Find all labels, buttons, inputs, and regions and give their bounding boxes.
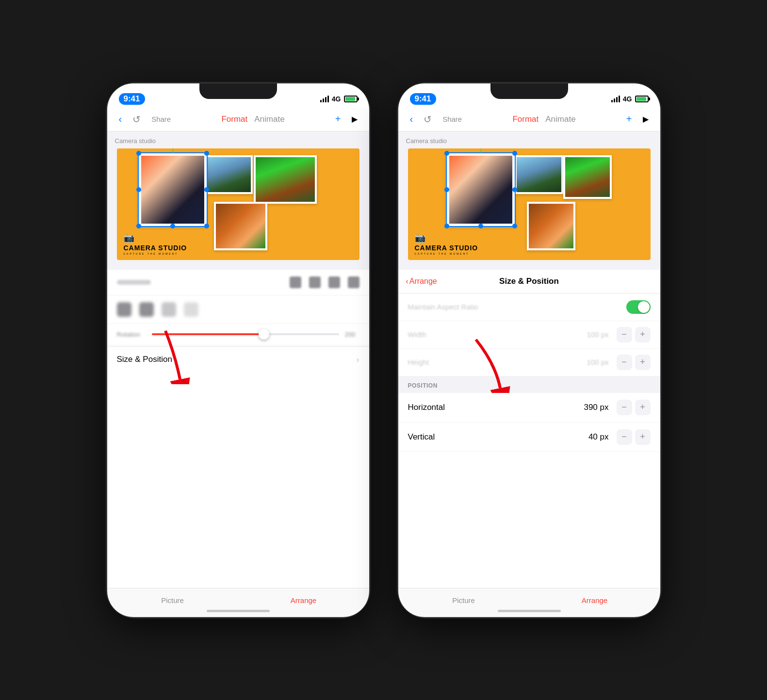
home-indicator-left bbox=[207, 610, 270, 612]
undo-button-right[interactable]: ↺ bbox=[422, 112, 434, 127]
tab-picture-left[interactable]: Picture bbox=[107, 593, 238, 607]
handle-tr[interactable] bbox=[204, 151, 209, 156]
selection-overlay-left bbox=[138, 152, 208, 227]
blurred-row-2 bbox=[107, 295, 369, 324]
network-label-left: 4G bbox=[332, 95, 341, 103]
blurred-icon-large-1 bbox=[117, 302, 131, 317]
photo-frame-waterfall-right[interactable] bbox=[515, 155, 563, 194]
notch-right bbox=[490, 83, 568, 99]
r-handle-mr[interactable] bbox=[512, 187, 517, 192]
rbar4 bbox=[619, 96, 620, 102]
photo-mushroom-right bbox=[529, 204, 573, 248]
canvas-label-left: Camera studio bbox=[115, 137, 361, 145]
vertical-plus-btn[interactable]: + bbox=[635, 429, 651, 445]
width-stepper: − + bbox=[617, 327, 651, 342]
height-minus-btn[interactable]: − bbox=[617, 355, 632, 370]
rbar1 bbox=[611, 100, 613, 102]
photo-waterfall-right bbox=[517, 157, 561, 192]
horizontal-minus-btn[interactable]: − bbox=[617, 400, 632, 415]
share-button-left[interactable]: Share bbox=[149, 113, 173, 125]
red-arrow-left bbox=[136, 326, 214, 384]
photo-frame-forest-right[interactable] bbox=[563, 155, 612, 199]
arrange-back-button[interactable]: ‹ Arrange bbox=[406, 277, 437, 286]
bottom-tabs-left: Picture Arrange bbox=[107, 588, 369, 617]
vertical-stepper: − + bbox=[617, 429, 651, 445]
height-stepper: − + bbox=[617, 355, 651, 370]
add-button-left[interactable]: + bbox=[333, 112, 343, 127]
width-plus-btn[interactable]: + bbox=[635, 327, 651, 342]
photo-frame-main-left[interactable] bbox=[139, 153, 207, 226]
status-time-right: 9:41 bbox=[410, 93, 436, 105]
blurred-row-1 bbox=[107, 270, 369, 295]
r-handle-bm[interactable] bbox=[478, 224, 483, 228]
bar4 bbox=[327, 96, 329, 102]
maintain-toggle[interactable] bbox=[626, 300, 651, 314]
status-time-left: 9:41 bbox=[119, 93, 145, 105]
height-plus-btn[interactable]: + bbox=[635, 355, 651, 370]
horizontal-plus-btn[interactable]: + bbox=[635, 400, 651, 415]
slide-preview-left[interactable]: 📷 CAMERA STUDIO CAPTURE THE MOMENT bbox=[117, 148, 359, 260]
play-button-right[interactable]: ▶ bbox=[641, 113, 651, 126]
battery-right bbox=[635, 96, 649, 102]
photo-frame-main-right[interactable] bbox=[447, 153, 515, 226]
format-tab-right[interactable]: Format bbox=[512, 114, 539, 124]
r-handle-ml[interactable] bbox=[444, 187, 449, 192]
chevron-right-left: › bbox=[357, 355, 359, 365]
r-handle-tl[interactable] bbox=[444, 151, 449, 156]
r-handle-tr[interactable] bbox=[512, 151, 517, 156]
horizontal-value: 390 px bbox=[466, 403, 617, 412]
selection-overlay-right bbox=[446, 152, 516, 227]
blurred-icons-row1 bbox=[290, 277, 359, 288]
handle-line bbox=[173, 148, 173, 153]
blurred-icon-1 bbox=[290, 277, 301, 288]
photo-frame-mushroom-left[interactable] bbox=[214, 202, 267, 250]
vertical-row: Vertical 40 px − + bbox=[398, 423, 660, 452]
bar2 bbox=[323, 98, 324, 102]
r-handle-br[interactable] bbox=[512, 224, 517, 228]
vertical-value: 40 px bbox=[466, 432, 617, 442]
photo-frame-forest-left[interactable] bbox=[254, 155, 317, 204]
rotation-thumb[interactable] bbox=[259, 329, 269, 340]
photo-frame-mushroom-right[interactable] bbox=[527, 202, 575, 250]
back-button-right[interactable]: ‹ bbox=[408, 112, 415, 127]
rotation-value: 200 bbox=[345, 331, 359, 338]
slide-preview-right[interactable]: 📷 CAMERA STUDIO CAPTURE THE MOMENT bbox=[408, 148, 651, 260]
handle-br[interactable] bbox=[204, 224, 209, 228]
handle-ml[interactable] bbox=[136, 187, 141, 192]
add-button-right[interactable]: + bbox=[624, 112, 634, 127]
bottom-tabs-right: Picture Arrange bbox=[398, 588, 660, 617]
undo-button-left[interactable]: ↺ bbox=[131, 112, 143, 127]
r-handle-line bbox=[481, 148, 481, 153]
blurred-icon-4 bbox=[348, 277, 359, 288]
width-minus-btn[interactable]: − bbox=[617, 327, 632, 342]
r-handle-bl[interactable] bbox=[444, 224, 449, 228]
vertical-minus-btn[interactable]: − bbox=[617, 429, 632, 445]
handle-bl[interactable] bbox=[136, 224, 141, 228]
tab-picture-right[interactable]: Picture bbox=[398, 593, 529, 607]
share-button-right[interactable]: Share bbox=[441, 113, 464, 125]
arrange-back-label: Arrange bbox=[409, 277, 437, 286]
camera-subtitle-right: CAPTURE THE MOMENT bbox=[415, 252, 644, 255]
horizontal-stepper: − + bbox=[617, 400, 651, 415]
maintain-row: Maintain Aspect Ratio bbox=[398, 293, 660, 321]
tab-arrange-left[interactable]: Arrange bbox=[238, 593, 369, 607]
arrange-header: ‹ Arrange Size & Position bbox=[398, 270, 660, 293]
canvas-label-right: Camera studio bbox=[406, 137, 653, 145]
animate-tab-right[interactable]: Animate bbox=[545, 114, 575, 124]
animate-tab-left[interactable]: Animate bbox=[254, 114, 284, 124]
format-tab-left[interactable]: Format bbox=[221, 114, 247, 124]
signal-bars-right bbox=[611, 96, 620, 102]
size-position-title-right: Size & Position bbox=[499, 277, 559, 286]
handle-tl[interactable] bbox=[136, 151, 141, 156]
toggle-knob bbox=[638, 301, 650, 313]
battery-left bbox=[344, 96, 358, 102]
back-button-left[interactable]: ‹ bbox=[117, 112, 124, 127]
handle-bm[interactable] bbox=[170, 224, 175, 228]
tab-arrange-right[interactable]: Arrange bbox=[529, 593, 660, 607]
bar1 bbox=[320, 100, 322, 102]
back-chevron-right: ‹ bbox=[406, 277, 408, 286]
play-button-left[interactable]: ▶ bbox=[350, 113, 359, 126]
red-arrow-right bbox=[447, 335, 534, 393]
handle-mr[interactable] bbox=[204, 187, 209, 192]
photo-frame-waterfall-left[interactable] bbox=[204, 155, 253, 194]
